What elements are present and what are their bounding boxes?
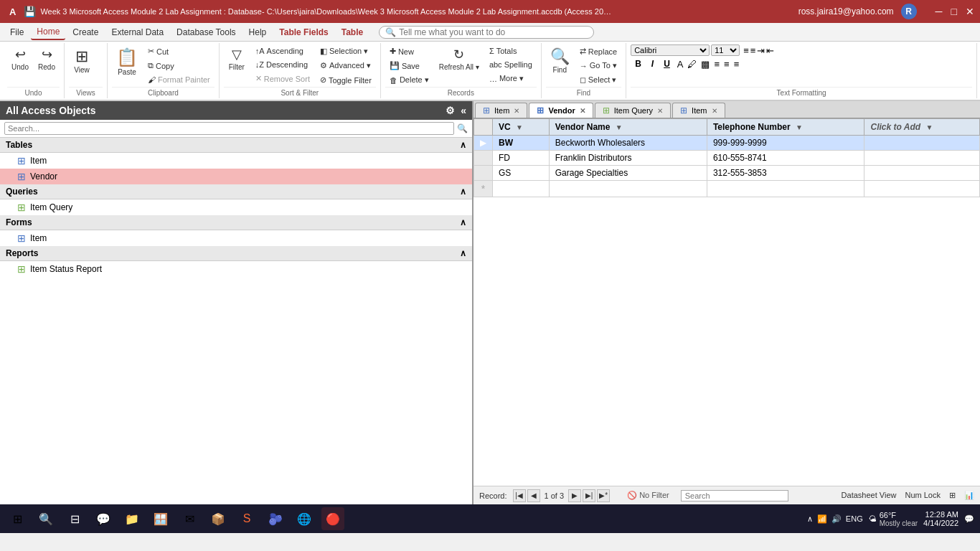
paste-btn[interactable]: 📋 Paste: [112, 44, 142, 79]
select-btn[interactable]: ◻ Select ▾: [575, 73, 621, 87]
sidebar-section-tables[interactable]: Tables ∧: [0, 138, 472, 153]
language-indicator[interactable]: ENG: [846, 514, 863, 523]
refresh-btn[interactable]: ↻ Refresh All ▾: [435, 44, 484, 74]
nav-new-btn[interactable]: ▶*: [597, 489, 610, 502]
ribbon-search-input[interactable]: [399, 27, 588, 37]
telephone-cell-3[interactable]: 312-555-3853: [707, 166, 864, 181]
telephone-cell-1[interactable]: 999-999-9999: [707, 136, 864, 151]
tab-vendor[interactable]: ⊞ Vendor ✕: [529, 103, 593, 118]
indent-increase-icon[interactable]: ⇥: [757, 45, 765, 56]
vc-cell-3[interactable]: GS: [493, 166, 550, 181]
sidebar-item-vendor-table[interactable]: ⊞ Vendor: [0, 169, 472, 184]
tab-item-query[interactable]: ⊞ Item Query ✕: [595, 103, 671, 118]
menu-external-data[interactable]: External Data: [105, 25, 169, 39]
col-telephone[interactable]: Telephone Number ▼: [707, 119, 864, 136]
vendor-name-cell-1[interactable]: Beckworth Wholesalers: [549, 136, 707, 151]
menu-file[interactable]: File: [4, 25, 29, 39]
table-row[interactable]: ▶ BW Beckworth Wholesalers 999-999-9999: [474, 136, 980, 151]
minimize-btn[interactable]: ─: [936, 6, 943, 17]
taskbar-access-btn[interactable]: 🔴: [321, 507, 344, 530]
tray-network-icon[interactable]: 📶: [817, 514, 827, 524]
nav-next-btn[interactable]: ▶: [568, 489, 581, 502]
find-btn[interactable]: 🔍 Find: [546, 44, 574, 77]
align-left-icon[interactable]: ≡: [714, 59, 720, 70]
view-btn[interactable]: ⊞ View: [69, 44, 95, 77]
indent-decrease-icon[interactable]: ⇤: [766, 45, 774, 56]
bold-btn[interactable]: B: [631, 57, 646, 70]
vc-cell-2[interactable]: FD: [493, 151, 550, 166]
italic-btn[interactable]: I: [647, 57, 658, 70]
list-bullet-icon[interactable]: ≡: [743, 45, 749, 56]
telephone-cell-2[interactable]: 610-555-8741: [707, 151, 864, 166]
font-size-select[interactable]: 11: [711, 44, 740, 56]
vendor-name-cell-3[interactable]: Garage Specialties: [549, 166, 707, 181]
sidebar-section-reports[interactable]: Reports ∧: [0, 246, 472, 261]
replace-btn[interactable]: ⇄ Replace: [575, 44, 621, 58]
restore-btn[interactable]: □: [951, 6, 957, 17]
ascending-btn[interactable]: ↑A Ascending: [251, 44, 314, 57]
sidebar-close-icon[interactable]: «: [461, 105, 466, 116]
font-select[interactable]: Calibri: [631, 44, 710, 56]
descending-btn[interactable]: ↓Z Descending: [251, 58, 314, 71]
tab-item-1[interactable]: ⊞ Item ✕: [475, 103, 527, 118]
sidebar-section-forms[interactable]: Forms ∧: [0, 215, 472, 230]
filter-status[interactable]: 🚫 No Filter: [627, 491, 669, 500]
taskbar-start-btn[interactable]: ⊞: [6, 507, 29, 530]
nav-first-btn[interactable]: |◀: [513, 489, 526, 502]
sidebar-settings-icon[interactable]: ⚙: [446, 105, 455, 116]
taskbar-amazon-btn[interactable]: 📦: [207, 507, 230, 530]
nav-last-btn[interactable]: ▶|: [583, 489, 595, 502]
window-controls[interactable]: ─ □ ✕: [936, 6, 974, 17]
tray-volume-icon[interactable]: 🔊: [831, 514, 842, 524]
weather-widget[interactable]: 🌤 66°F Mostly clear: [869, 511, 918, 527]
menu-create[interactable]: Create: [67, 25, 104, 39]
background-color-icon[interactable]: ▩: [701, 59, 710, 70]
menu-help[interactable]: Help: [243, 25, 273, 39]
sidebar-section-queries[interactable]: Queries ∧: [0, 184, 472, 199]
sidebar-item-item-form[interactable]: ⊞ Item: [0, 230, 472, 246]
new-vc-cell[interactable]: [493, 181, 550, 197]
view-switcher-report[interactable]: 📊: [964, 491, 974, 500]
table-row[interactable]: GS Garage Specialties 312-555-3853: [474, 166, 980, 181]
selection-btn[interactable]: ◧ Selection ▾: [316, 44, 376, 58]
col-vc[interactable]: VC ▼: [493, 119, 550, 136]
taskbar-dropbox-btn[interactable]: 🫐: [264, 507, 287, 530]
format-painter-btn[interactable]: 🖌 Format Painter: [143, 73, 215, 86]
view-switcher-grid[interactable]: ⊞: [949, 491, 956, 500]
extra-cell-3[interactable]: [864, 166, 980, 181]
align-center-icon[interactable]: ≡: [724, 59, 730, 70]
close-btn[interactable]: ✕: [966, 6, 974, 17]
nav-prev-btn[interactable]: ◀: [527, 489, 540, 502]
filter-btn[interactable]: ▽ Filter: [224, 44, 250, 74]
new-row[interactable]: *: [474, 181, 980, 197]
tab-item-1-close[interactable]: ✕: [514, 107, 519, 115]
toggle-filter-btn[interactable]: ⊘ Toggle Filter: [316, 73, 376, 87]
sidebar-item-item-query[interactable]: ⊞ Item Query: [0, 199, 472, 215]
menu-database-tools[interactable]: Database Tools: [171, 25, 242, 39]
sidebar-search-input[interactable]: [4, 122, 454, 135]
taskbar-spark-btn[interactable]: S: [235, 507, 258, 530]
save-btn[interactable]: 💾 Save: [385, 59, 433, 72]
taskbar-search-btn[interactable]: 🔍: [34, 507, 57, 530]
redo-btn[interactable]: ↪ Redo: [34, 44, 60, 74]
vendor-name-cell-2[interactable]: Franklin Distributors: [549, 151, 707, 166]
advanced-btn[interactable]: ⚙ Advanced ▾: [316, 59, 376, 72]
col-click-to-add[interactable]: Click to Add ▼: [864, 119, 980, 136]
vc-cell-1[interactable]: BW: [493, 136, 550, 151]
taskbar-taskview-btn[interactable]: ⊟: [63, 507, 86, 530]
spelling-btn[interactable]: abc Spelling: [485, 58, 537, 71]
highlight-icon[interactable]: 🖊: [687, 59, 697, 70]
taskbar-edge-btn[interactable]: 🌐: [293, 507, 316, 530]
new-btn[interactable]: ✚ New: [385, 44, 433, 58]
table-row[interactable]: FD Franklin Distributors 610-555-8741: [474, 151, 980, 166]
cut-btn[interactable]: ✂ Cut: [143, 44, 215, 58]
notification-icon[interactable]: 💬: [964, 514, 974, 524]
menu-table[interactable]: Table: [336, 25, 369, 39]
underline-btn[interactable]: U: [659, 57, 674, 70]
datasheet-container[interactable]: VC ▼ Vendor Name ▼ Telephone Number ▼ Cl…: [473, 118, 980, 486]
more-btn[interactable]: … More ▾: [485, 72, 537, 85]
sidebar-item-item-table[interactable]: ⊞ Item: [0, 153, 472, 169]
new-extra-cell[interactable]: [864, 181, 980, 197]
extra-cell-2[interactable]: [864, 151, 980, 166]
delete-btn[interactable]: 🗑 Delete ▾: [385, 73, 433, 87]
